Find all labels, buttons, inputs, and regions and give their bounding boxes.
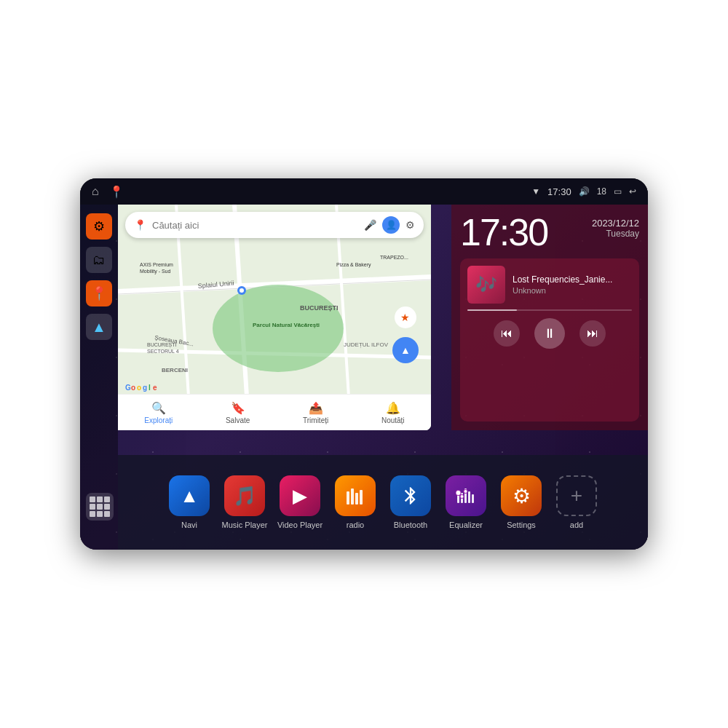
bluetooth-icon <box>390 475 431 516</box>
back-icon[interactable]: ↩ <box>629 186 636 197</box>
svg-text:g: g <box>143 384 147 392</box>
map-nav-saved[interactable]: 🔖 Salvate <box>226 401 250 424</box>
home-icon[interactable]: ⌂ <box>92 185 99 198</box>
svg-rect-33 <box>347 491 349 505</box>
settings-icon: ⚙ <box>501 475 542 516</box>
sidebar-nav-icon[interactable]: ▲ <box>86 314 112 340</box>
svg-text:o: o <box>131 384 135 392</box>
app-video-player-label: Video Player <box>277 521 323 529</box>
clock-time: 17:30 <box>460 213 547 251</box>
app-navi-label: Navi <box>181 521 197 529</box>
svg-point-43 <box>456 491 461 495</box>
svg-text:SECTORUL 4: SECTORUL 4 <box>147 349 179 354</box>
map-bottom-nav: 🔍 Explorați 🔖 Salvate 📤 Trimiteți 🔔 Nout… <box>118 394 431 430</box>
svg-text:BUCUREȘTI: BUCUREȘTI <box>300 304 339 312</box>
app-navi[interactable]: ▲ Navi <box>162 475 217 529</box>
app-settings-label: Settings <box>507 521 536 529</box>
radio-icon <box>335 475 376 516</box>
app-bluetooth-label: Bluetooth <box>394 521 427 529</box>
svg-text:Mobility - Sud: Mobility - Sud <box>140 269 171 274</box>
music-title: Lost Frequencies_Janie... <box>513 274 632 285</box>
video-player-icon: ▶ <box>280 475 320 516</box>
svg-rect-40 <box>468 491 470 503</box>
svg-text:Pizza & Bakery: Pizza & Bakery <box>336 262 371 268</box>
car-head-unit: ⌂ 📍 ▼ 17:30 🔊 18 ▭ ↩ ⚙ 🗂 📍 ▲ <box>80 178 648 550</box>
music-widget: 🎶 Lost Frequencies_Janie... Unknown ⏮ ⏸ <box>460 258 639 422</box>
sidebar-settings-icon[interactable]: ⚙ <box>86 213 112 240</box>
svg-text:AXIS Premium: AXIS Premium <box>140 262 173 267</box>
app-radio[interactable]: radio <box>328 475 383 529</box>
svg-point-11 <box>240 288 244 293</box>
user-avatar[interactable]: 👤 <box>382 216 400 234</box>
music-artist: Unknown <box>513 286 632 295</box>
app-add-label: add <box>570 521 583 529</box>
music-player-icon: 🎵 <box>224 475 265 516</box>
map-container[interactable]: Splaiul Unirii Şoseaua Bac... Parcul Nat… <box>118 205 431 430</box>
svg-text:BERCENI: BERCENI <box>162 367 188 373</box>
svg-text:Parcul Natural Văcărești: Parcul Natural Văcărești <box>253 322 320 328</box>
svg-rect-34 <box>351 488 354 505</box>
send-icon: 📤 <box>309 401 323 415</box>
music-controls: ⏮ ⏸ ⏭ <box>467 318 632 349</box>
app-radio-label: radio <box>347 521 364 529</box>
svg-point-45 <box>461 495 464 498</box>
svg-text:TRAPEZO...: TRAPEZO... <box>380 255 408 260</box>
music-album-art: 🎶 <box>467 266 505 304</box>
app-music-player[interactable]: 🎵 Music Player <box>217 475 272 529</box>
music-progress-fill <box>467 309 517 311</box>
app-music-player-label: Music Player <box>222 521 268 529</box>
clock-section: 17:30 2023/12/12 Tuesday <box>460 213 639 251</box>
saved-icon: 🔖 <box>231 401 245 415</box>
app-equalizer[interactable]: Equalizer <box>438 475 494 529</box>
svg-text:G: G <box>125 384 131 392</box>
svg-text:e: e <box>153 384 157 392</box>
main-area: ⚙ 🗂 📍 ▲ <box>80 205 648 550</box>
status-bar: ⌂ 📍 ▼ 17:30 🔊 18 ▭ ↩ <box>80 178 648 205</box>
svg-text:JUDEȚUL ILFOV: JUDEȚUL ILFOV <box>344 341 389 348</box>
clock-day-text: Tuesday <box>592 229 639 239</box>
svg-rect-36 <box>360 490 363 505</box>
svg-text:BUCUREȘTI: BUCUREȘTI <box>147 342 177 348</box>
add-icon: + <box>556 475 597 516</box>
equalizer-icon <box>446 475 486 516</box>
battery-icon: ▭ <box>614 186 622 197</box>
app-add[interactable]: + add <box>549 475 604 529</box>
app-bluetooth[interactable]: Bluetooth <box>383 475 438 529</box>
map-nav-send[interactable]: 📤 Trimiteți <box>303 401 328 424</box>
sidebar-maps-icon[interactable]: 📍 <box>86 280 112 306</box>
clock-date-text: 2023/12/12 <box>592 218 639 229</box>
svg-text:★: ★ <box>400 312 410 323</box>
wifi-signal-icon: ▼ <box>531 186 540 197</box>
apps-row: ▲ Navi 🎵 Music Player ▶ Video Player <box>118 455 648 550</box>
map-nav-explore[interactable]: 🔍 Explorați <box>144 401 173 424</box>
play-pause-button[interactable]: ⏸ <box>534 318 565 349</box>
map-nav-news[interactable]: 🔔 Noutăți <box>381 401 405 424</box>
right-panel: 17:30 2023/12/12 Tuesday 🎶 Lost Frequenc… <box>451 205 648 430</box>
sidebar-folder-icon[interactable]: 🗂 <box>86 247 112 273</box>
apps-grid-button[interactable] <box>86 493 114 521</box>
next-button[interactable]: ⏭ <box>579 320 606 347</box>
music-progress-bar[interactable] <box>467 309 632 311</box>
news-icon: 🔔 <box>386 401 400 415</box>
maps-icon[interactable]: 📍 <box>109 185 124 199</box>
volume-icon[interactable]: 🔊 <box>579 186 590 197</box>
app-settings[interactable]: ⚙ Settings <box>494 475 549 529</box>
map-search-input[interactable] <box>152 220 358 231</box>
navi-icon: ▲ <box>169 475 210 516</box>
center-content: Splaiul Unirii Şoseaua Bac... Parcul Nat… <box>118 205 648 550</box>
svg-rect-35 <box>355 493 358 505</box>
map-search-bar[interactable]: 📍 🎤 👤 ⚙ <box>125 212 424 238</box>
map-settings-icon[interactable]: ⚙ <box>405 219 415 231</box>
explore-icon: 🔍 <box>151 401 166 415</box>
status-time: 17:30 <box>547 186 571 197</box>
google-maps-icon: 📍 <box>134 219 146 231</box>
music-info-row: 🎶 Lost Frequencies_Janie... Unknown <box>467 266 632 304</box>
app-video-player[interactable]: ▶ Video Player <box>272 475 328 529</box>
mic-icon[interactable]: 🎤 <box>364 219 376 231</box>
svg-rect-41 <box>472 494 474 503</box>
app-equalizer-label: Equalizer <box>449 521 483 529</box>
svg-point-47 <box>464 490 467 493</box>
sidebar: ⚙ 🗂 📍 ▲ <box>80 205 118 550</box>
clock-date: 2023/12/12 Tuesday <box>592 213 639 239</box>
prev-button[interactable]: ⏮ <box>494 320 520 347</box>
